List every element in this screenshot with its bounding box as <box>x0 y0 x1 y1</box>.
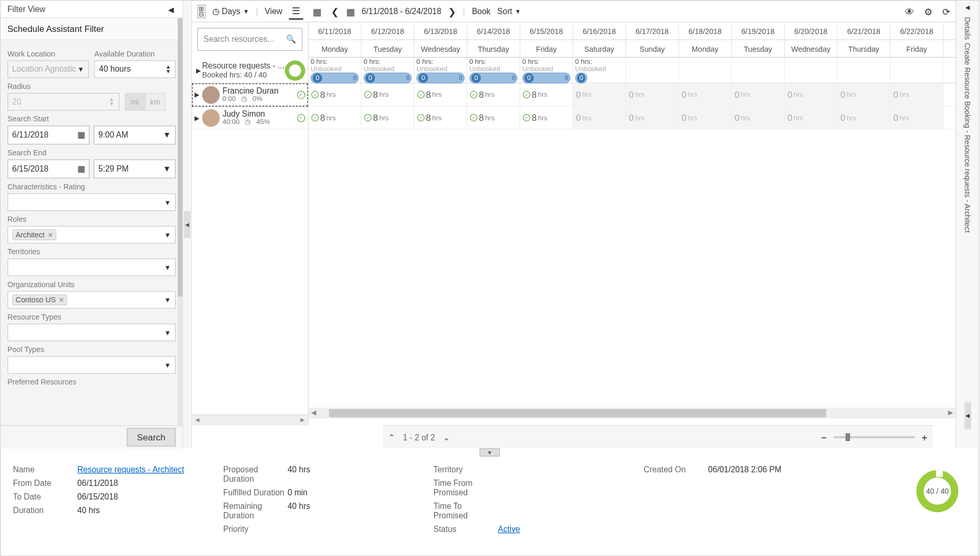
availability-cell[interactable]: ✓8hrs <box>520 84 573 106</box>
filter-collapse-toggle[interactable]: ◄ <box>166 4 176 15</box>
availability-cell[interactable]: 0hrs <box>891 84 943 106</box>
zoom-out-icon[interactable]: − <box>821 432 827 443</box>
availability-cell[interactable]: 0hrs <box>679 84 732 106</box>
resource-hscroll[interactable] <box>192 414 308 425</box>
remove-tag-icon[interactable]: ✕ <box>48 231 53 239</box>
availability-cell[interactable]: 0hrs <box>573 107 626 129</box>
org-units-label: Organizational Units <box>7 280 176 289</box>
day-header: Saturday <box>573 40 626 57</box>
search-start-time[interactable]: 9:00 AM▼ <box>94 126 176 144</box>
request-cell[interactable] <box>626 58 679 83</box>
resource-types-select[interactable]: ▼ <box>7 324 176 342</box>
request-cell[interactable]: 0 hrs: Unbooked08 <box>309 58 361 83</box>
resource-types-label: Resource Types <box>7 313 176 321</box>
radius-label: Radius <box>7 82 176 90</box>
availability-cell[interactable]: ✓8hrs <box>468 84 520 106</box>
book-button[interactable]: Book <box>472 6 490 16</box>
pager-up-icon[interactable]: ⌃ <box>388 433 395 442</box>
prev-range-icon[interactable]: ❮ <box>331 6 339 17</box>
left-splitter[interactable]: ◄ <box>183 1 191 448</box>
refresh-icon[interactable]: ⟳ <box>942 6 951 17</box>
pager-down-icon[interactable]: ⌄ <box>443 433 450 442</box>
grid-hscroll[interactable]: ◄► <box>309 407 955 418</box>
date-header: 6/11/2018 <box>309 22 361 39</box>
calendar-icon[interactable]: ▦ <box>346 6 355 17</box>
availability-cell[interactable]: ✓8hrs <box>309 107 361 129</box>
request-cell[interactable]: 0 hrs: Unbooked0 <box>573 58 626 83</box>
request-cell[interactable] <box>891 58 943 83</box>
request-cell[interactable] <box>838 58 891 83</box>
availability-cell[interactable]: ✓8hrs <box>414 84 467 106</box>
sort-dropdown[interactable]: Sort▼ <box>497 6 521 16</box>
availability-cell[interactable]: 0hrs <box>891 107 943 129</box>
availability-cell[interactable]: 0hrs <box>838 107 891 129</box>
zoom-in-icon[interactable]: + <box>921 432 927 443</box>
date-header: 6/21/2018 <box>838 22 891 39</box>
list-view-icon[interactable]: ☰ <box>289 3 303 19</box>
search-end-time[interactable]: 5:29 PM▼ <box>94 160 176 178</box>
request-cell[interactable]: 0 hrs: Unbooked08 <box>520 58 573 83</box>
create-booking-tab[interactable]: Create Resource Booking - Resource reque… <box>963 42 972 232</box>
bottom-expand-toggle[interactable]: ▼ <box>480 448 500 457</box>
request-name-link[interactable]: Resource requests - Architect <box>77 464 184 474</box>
remove-tag-icon[interactable]: ✕ <box>59 296 64 303</box>
avail-duration-select[interactable]: 40 hours▲▼ <box>94 60 176 78</box>
availability-cell[interactable]: 0hrs <box>626 107 679 129</box>
grid-view-icon[interactable]: ▦ <box>310 4 324 19</box>
eye-icon[interactable]: 👁 <box>905 6 914 17</box>
characteristics-select[interactable]: ▼ <box>7 194 176 211</box>
resource-column: Search resources...🔍 ▶ Resource requests… <box>192 22 309 425</box>
availability-cell[interactable]: 0hrs <box>679 107 732 129</box>
clock-icon: ◷ <box>212 6 219 16</box>
next-range-icon[interactable]: ❯ <box>448 6 457 17</box>
request-cell[interactable]: 0 hrs: Unbooked08 <box>414 58 467 83</box>
availability-cell[interactable]: ✓8hrs <box>361 84 414 106</box>
availability-cell[interactable]: 0hrs <box>785 107 838 129</box>
details-collapse-toggle[interactable]: ◄ <box>964 3 971 12</box>
calendar-icon[interactable]: ▦ <box>77 130 85 140</box>
availability-cell[interactable]: ✓8hrs <box>309 84 361 106</box>
pool-types-label: Pool Types <box>7 345 176 354</box>
availability-cell[interactable]: 0hrs <box>626 84 679 106</box>
zoom-slider[interactable] <box>834 436 915 438</box>
request-cell[interactable]: 0 hrs: Unbooked08 <box>361 58 414 83</box>
details-tab[interactable]: Details <box>963 17 972 40</box>
search-icon[interactable]: 🔍 <box>286 35 296 44</box>
gear-icon[interactable]: ⚙ <box>924 6 933 17</box>
availability-cell[interactable]: ✓8hrs <box>414 107 467 129</box>
request-cell[interactable] <box>679 58 732 83</box>
work-location-select[interactable]: Location Agnostic▼ <box>7 60 89 78</box>
resource-request-header[interactable]: ▶ Resource requests - ... Booked hrs: 40… <box>192 58 308 83</box>
schedule-grid[interactable]: 6/11/20186/12/20186/13/20186/14/20186/15… <box>309 22 955 425</box>
availability-cell[interactable]: 0hrs <box>785 84 838 106</box>
resource-row[interactable]: ▶ Francine Duran 0:00◷0% ✓ <box>192 84 308 107</box>
availability-cell[interactable]: 0hrs <box>838 84 891 106</box>
territories-select[interactable]: ▼ <box>7 258 176 276</box>
availability-cell[interactable]: 0hrs <box>573 84 626 106</box>
right-splitter-toggle[interactable]: ◄ <box>964 402 971 429</box>
availability-cell[interactable]: ✓8hrs <box>468 107 520 129</box>
availability-cell[interactable]: ✓8hrs <box>361 107 414 129</box>
availability-cell[interactable]: 0hrs <box>732 84 784 106</box>
expand-all-icon[interactable]: ⊞⊟ <box>197 4 206 18</box>
search-end-label: Search End <box>7 149 176 157</box>
search-start-date[interactable]: 6/11/2018▦ <box>7 126 89 144</box>
availability-cell[interactable]: ✓8hrs <box>520 107 573 129</box>
filter-scrollbar[interactable] <box>178 18 183 425</box>
resource-row[interactable]: ▶ Judy Simon 40:00◷45% ✓ <box>192 107 308 130</box>
availability-cell[interactable]: 0hrs <box>732 107 784 129</box>
calendar-icon[interactable]: ▦ <box>77 164 85 174</box>
roles-select[interactable]: Architect✕▼ <box>7 226 176 244</box>
search-resources-input[interactable]: Search resources...🔍 <box>197 28 302 51</box>
request-cell[interactable]: 0 hrs: Unbooked08 <box>468 58 520 83</box>
days-dropdown[interactable]: ◷Days▼ <box>212 6 249 16</box>
request-cell[interactable] <box>732 58 784 83</box>
org-units-select[interactable]: Contoso US✕▼ <box>7 291 176 309</box>
unit-mi: mi <box>124 93 145 111</box>
search-button[interactable]: Search <box>127 428 176 446</box>
pool-types-select[interactable]: ▼ <box>7 356 176 374</box>
request-cell[interactable] <box>785 58 838 83</box>
status-link[interactable]: Active <box>498 525 520 534</box>
day-header: Tuesday <box>732 40 784 57</box>
search-end-date[interactable]: 6/15/2018▦ <box>7 160 89 178</box>
